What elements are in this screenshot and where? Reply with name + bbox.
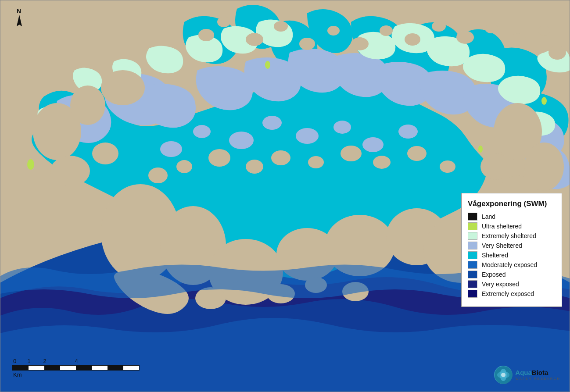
logo-circle-icon [494,366,513,384]
svg-point-41 [299,38,315,50]
legend-label-moderately-exposed: Moderately exposed [482,261,537,268]
legend-label-very-sheltered: Very Sheltered [482,242,522,249]
svg-point-32 [308,156,324,168]
legend-item-very-exposed: Very exposed [468,280,554,288]
legend-item-sheltered: Sheltered [468,251,554,259]
legend-item-extremely-exposed: Extremely exposed [468,290,554,298]
svg-point-13 [478,146,483,153]
svg-point-68 [501,373,505,377]
svg-point-9 [362,137,384,152]
svg-point-42 [327,26,340,36]
svg-point-46 [432,21,446,32]
svg-point-11 [27,159,34,170]
legend-label-land: Land [482,213,495,220]
legend-swatch-extremely-sheltered [468,232,477,240]
svg-point-26 [92,143,118,164]
svg-point-28 [176,160,192,173]
legend-label-sheltered: Sheltered [482,252,508,259]
svg-point-45 [405,33,420,46]
svg-point-31 [271,150,290,165]
legend-item-land: Land [468,213,554,221]
svg-point-7 [296,128,319,144]
svg-point-25 [50,156,90,186]
svg-point-12 [265,61,270,69]
legend: Vågexponering (SWM) Land Ultra sheltered… [461,193,562,307]
svg-point-40 [274,21,288,32]
scale-label-4: 4 [68,358,84,364]
legend-item-exposed: Exposed [468,271,554,278]
svg-point-3 [160,141,182,157]
svg-point-56 [195,287,226,309]
svg-point-24 [101,70,145,105]
aquabiota-logo: AquaBiota WATER RESEARCH [494,366,560,384]
legend-swatch-very-sheltered [468,242,477,249]
svg-point-27 [148,167,168,183]
legend-swatch-ultra [468,222,477,230]
legend-item-moderately-exposed: Moderately exposed [468,261,554,269]
svg-point-55 [480,153,511,180]
svg-point-44 [380,25,393,36]
scale-bar-graphic [12,365,140,371]
svg-point-23 [70,86,105,125]
svg-text:N: N [17,8,21,14]
legend-label-extremely-exposed: Extremely exposed [482,290,534,297]
map-container: N 0 1 2 4 Km Vågexponering (SWM) [0,0,570,392]
svg-point-34 [373,156,391,169]
legend-swatch-very-exposed [468,280,477,288]
scale-label-1: 1 [21,358,37,364]
scale-label-3 [53,358,68,364]
legend-item-ultra: Ultra sheltered [468,222,554,230]
legend-title: Vågexponering (SWM) [468,200,554,208]
logo-subtitle: WATER RESEARCH [515,377,560,381]
svg-point-14 [541,97,547,105]
svg-marker-64 [17,15,22,26]
svg-point-30 [246,160,263,174]
svg-point-10 [398,125,418,139]
svg-point-48 [485,24,498,33]
logo-text-block: AquaBiota WATER RESEARCH [515,369,560,381]
scale-bar: 0 1 2 4 Km [12,358,140,378]
legend-swatch-land [468,213,477,221]
scale-unit: Km [12,371,22,378]
svg-point-5 [229,132,254,149]
svg-point-47 [456,31,474,44]
north-arrow: N [10,8,29,34]
legend-label-exposed: Exposed [482,271,505,278]
legend-swatch-moderately-exposed [468,261,477,269]
svg-point-39 [246,33,263,46]
legend-item-extremely-sheltered: Extremely sheltered [468,232,554,240]
legend-label-very-exposed: Very exposed [482,281,519,288]
svg-point-29 [208,149,230,167]
svg-point-36 [440,160,455,173]
legend-swatch-exposed [468,271,477,278]
svg-point-35 [407,146,427,161]
scale-label-2: 2 [37,358,53,364]
scale-label-0: 0 [13,358,21,364]
svg-point-50 [538,26,550,36]
legend-swatch-extremely-exposed [468,290,477,298]
svg-point-6 [262,116,282,130]
legend-label-ultra: Ultra sheltered [482,223,522,230]
legend-item-very-sheltered: Very Sheltered [468,242,554,249]
logo-name: AquaBiota [515,369,560,377]
svg-point-37 [198,29,214,41]
svg-point-4 [193,125,211,138]
svg-point-38 [217,17,230,27]
svg-point-8 [333,121,351,134]
svg-point-51 [548,46,566,60]
svg-point-43 [351,37,369,50]
svg-point-49 [510,33,526,46]
legend-swatch-sheltered [468,251,477,259]
svg-point-33 [341,146,362,161]
legend-label-extremely-sheltered: Extremely sheltered [482,232,536,239]
